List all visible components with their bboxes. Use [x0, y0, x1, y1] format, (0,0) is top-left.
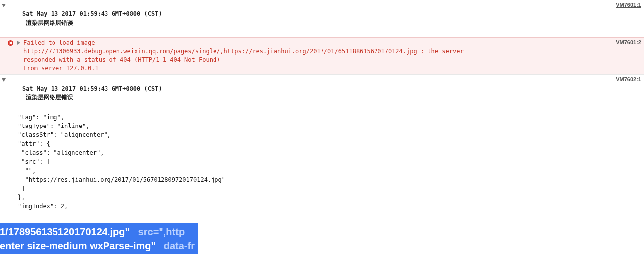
highlight-seg: src=",http [138, 226, 185, 237]
error-detail-line: responded with a status of 404 (HTTP/1.1… [23, 56, 220, 63]
console-log-row: Sat May 13 2017 01:59:43 GMT+0800 (CST) … [0, 0, 644, 37]
json-object-block: "tag": "img", "tagType": "inline", "clas… [0, 112, 644, 214]
source-link[interactable]: VM7601:2 [616, 39, 641, 47]
highlighted-code-fragment: 1/178956135120170124.jpg" src=",http ent… [0, 223, 198, 254]
console-log-row: Sat May 13 2017 01:59:43 GMT+0800 (CST) … [0, 74, 644, 112]
highlight-seg: enter size-medium wxParse-img" [0, 240, 156, 251]
error-header: Failed to load image [23, 39, 95, 46]
chevron-down-icon[interactable] [2, 4, 6, 7]
log-message: Sat May 13 2017 01:59:43 GMT+0800 (CST) … [8, 1, 610, 36]
highlight-seg: 1/178956135120170124.jpg" [0, 226, 130, 237]
error-detail-line: From server 127.0.0.1 [23, 65, 99, 72]
chevron-right-icon[interactable] [17, 41, 20, 45]
highlight-seg: data-fr [164, 240, 195, 251]
source-link[interactable]: VM7602:1 [616, 76, 641, 84]
error-icon [8, 40, 13, 46]
log-timestamp: Sat May 13 2017 01:59:43 GMT+0800 (CST) [22, 10, 162, 17]
log-title: 渲染层网络层错误 [22, 19, 73, 26]
source-link[interactable]: VM7601:1 [616, 1, 641, 9]
log-title: 渲染层网络层错误 [22, 94, 73, 101]
error-detail-line: http://771306933.debug.open.weixin.qq.co… [23, 48, 464, 55]
log-message: Sat May 13 2017 01:59:43 GMT+0800 (CST) … [8, 76, 610, 111]
error-message: Failed to load image http://771306933.de… [23, 39, 610, 73]
chevron-down-icon[interactable] [2, 78, 6, 82]
console-error-row: Failed to load image http://771306933.de… [0, 37, 644, 75]
log-timestamp: Sat May 13 2017 01:59:43 GMT+0800 (CST) [22, 85, 162, 92]
